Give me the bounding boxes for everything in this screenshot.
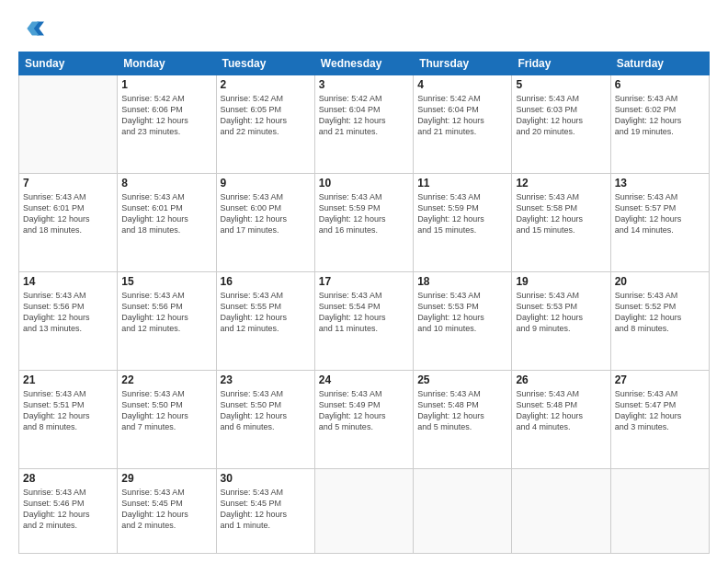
day-number: 13	[615, 177, 705, 190]
sunset-label: Sunset: 5:58 PM	[516, 203, 577, 213]
day-info: Sunrise: 5:43 AM Sunset: 5:48 PM Dayligh…	[417, 388, 507, 433]
day-number: 16	[221, 275, 311, 288]
sunset-label: Sunset: 5:57 PM	[615, 203, 677, 213]
day-info: Sunrise: 5:43 AM Sunset: 5:56 PM Dayligh…	[23, 290, 113, 335]
day-info: Sunrise: 5:43 AM Sunset: 5:55 PM Dayligh…	[221, 290, 311, 335]
calendar-cell: 11 Sunrise: 5:43 AM Sunset: 5:59 PM Dayl…	[414, 173, 512, 271]
weekday-header-row: SundayMondayTuesdayWednesdayThursdayFrid…	[19, 52, 710, 75]
calendar-cell: 19 Sunrise: 5:43 AM Sunset: 5:53 PM Dayl…	[512, 271, 610, 370]
daylight-label: Daylight: 12 hours	[417, 214, 484, 224]
sunset-label: Sunset: 6:02 PM	[615, 105, 677, 114]
daylight-label: Daylight: 12 hours	[516, 411, 583, 420]
day-info: Sunrise: 5:42 AM Sunset: 6:04 PM Dayligh…	[417, 93, 507, 138]
daylight-label: Daylight: 12 hours	[615, 214, 682, 224]
sunset-label: Sunset: 5:52 PM	[615, 302, 677, 311]
weekday-header-wednesday: Wednesday	[314, 52, 413, 75]
sunrise-label: Sunrise: 5:43 AM	[121, 192, 185, 201]
sunrise-label: Sunrise: 5:43 AM	[221, 291, 284, 300]
daylight-minutes: and 10 minutes.	[417, 324, 476, 333]
daylight-minutes: and 5 minutes.	[319, 422, 373, 431]
sunrise-label: Sunrise: 5:43 AM	[221, 192, 284, 201]
sunrise-label: Sunrise: 5:43 AM	[417, 192, 481, 201]
day-info: Sunrise: 5:43 AM Sunset: 5:54 PM Dayligh…	[319, 290, 409, 335]
sunrise-label: Sunrise: 5:43 AM	[615, 192, 678, 201]
sunset-label: Sunset: 6:04 PM	[417, 105, 479, 114]
daylight-label: Daylight: 12 hours	[23, 313, 90, 322]
sunrise-label: Sunrise: 5:43 AM	[23, 192, 86, 201]
calendar-cell: 3 Sunrise: 5:42 AM Sunset: 6:04 PM Dayli…	[314, 75, 413, 174]
daylight-minutes: and 21 minutes.	[319, 127, 378, 136]
day-number: 24	[319, 373, 409, 386]
calendar-cell: 21 Sunrise: 5:43 AM Sunset: 5:51 PM Dayl…	[19, 370, 118, 468]
calendar-cell: 15 Sunrise: 5:43 AM Sunset: 5:56 PM Dayl…	[118, 271, 216, 370]
sunrise-label: Sunrise: 5:43 AM	[615, 291, 678, 300]
day-number: 15	[121, 275, 211, 288]
weekday-header-sunday: Sunday	[19, 52, 118, 75]
day-info: Sunrise: 5:42 AM Sunset: 6:05 PM Dayligh…	[221, 93, 311, 138]
daylight-minutes: and 6 minutes.	[221, 422, 275, 431]
sunset-label: Sunset: 5:56 PM	[121, 302, 183, 311]
day-number: 3	[319, 78, 409, 91]
day-info: Sunrise: 5:43 AM Sunset: 5:45 PM Dayligh…	[221, 487, 311, 532]
calendar-week-4: 21 Sunrise: 5:43 AM Sunset: 5:51 PM Dayl…	[19, 370, 710, 468]
daylight-minutes: and 21 minutes.	[417, 127, 476, 136]
day-number: 1	[121, 78, 211, 91]
day-number: 18	[417, 275, 507, 288]
calendar-table: SundayMondayTuesdayWednesdayThursdayFrid…	[18, 52, 710, 554]
sunrise-label: Sunrise: 5:43 AM	[516, 291, 579, 300]
daylight-label: Daylight: 12 hours	[121, 116, 188, 125]
sunset-label: Sunset: 6:01 PM	[121, 203, 183, 213]
day-info: Sunrise: 5:43 AM Sunset: 6:03 PM Dayligh…	[516, 93, 606, 138]
calendar-week-5: 28 Sunrise: 5:43 AM Sunset: 5:46 PM Dayl…	[19, 468, 710, 553]
calendar-cell: 25 Sunrise: 5:43 AM Sunset: 5:48 PM Dayl…	[414, 370, 512, 468]
sunrise-label: Sunrise: 5:43 AM	[121, 291, 185, 300]
logo	[18, 17, 48, 42]
daylight-minutes: and 8 minutes.	[615, 324, 669, 333]
sunrise-label: Sunrise: 5:43 AM	[23, 488, 86, 497]
sunset-label: Sunset: 6:05 PM	[221, 105, 282, 114]
sunrise-label: Sunrise: 5:43 AM	[615, 94, 678, 103]
daylight-label: Daylight: 12 hours	[615, 116, 682, 125]
calendar-cell: 4 Sunrise: 5:42 AM Sunset: 6:04 PM Dayli…	[414, 75, 512, 174]
calendar-cell: 20 Sunrise: 5:43 AM Sunset: 5:52 PM Dayl…	[610, 271, 709, 370]
sunset-label: Sunset: 5:56 PM	[23, 302, 85, 311]
day-info: Sunrise: 5:43 AM Sunset: 6:01 PM Dayligh…	[23, 191, 113, 236]
daylight-minutes: and 2 minutes.	[121, 521, 176, 530]
day-info: Sunrise: 5:43 AM Sunset: 5:59 PM Dayligh…	[319, 191, 409, 236]
day-number: 11	[417, 177, 507, 190]
sunset-label: Sunset: 5:45 PM	[221, 499, 282, 508]
sunset-label: Sunset: 5:55 PM	[221, 302, 282, 311]
calendar-cell: 7 Sunrise: 5:43 AM Sunset: 6:01 PM Dayli…	[19, 173, 118, 271]
day-number: 10	[319, 177, 409, 190]
page: SundayMondayTuesdayWednesdayThursdayFrid…	[0, 0, 728, 563]
daylight-label: Daylight: 12 hours	[121, 411, 188, 420]
weekday-header-friday: Friday	[512, 52, 610, 75]
day-info: Sunrise: 5:43 AM Sunset: 5:50 PM Dayligh…	[121, 388, 211, 433]
calendar-cell: 12 Sunrise: 5:43 AM Sunset: 5:58 PM Dayl…	[512, 173, 610, 271]
daylight-minutes: and 17 minutes.	[221, 225, 279, 235]
day-info: Sunrise: 5:43 AM Sunset: 6:00 PM Dayligh…	[221, 191, 311, 236]
calendar-cell: 16 Sunrise: 5:43 AM Sunset: 5:55 PM Dayl…	[216, 271, 314, 370]
sunset-label: Sunset: 5:46 PM	[23, 499, 85, 508]
calendar-cell	[19, 75, 118, 174]
sunrise-label: Sunrise: 5:43 AM	[516, 389, 579, 398]
day-number: 26	[516, 373, 606, 386]
calendar-cell: 29 Sunrise: 5:43 AM Sunset: 5:45 PM Dayl…	[118, 468, 216, 553]
calendar-cell: 10 Sunrise: 5:43 AM Sunset: 5:59 PM Dayl…	[314, 173, 413, 271]
logo-icon	[18, 17, 44, 42]
sunrise-label: Sunrise: 5:42 AM	[319, 94, 382, 103]
calendar-cell	[512, 468, 610, 553]
daylight-label: Daylight: 12 hours	[121, 313, 188, 322]
day-number: 22	[121, 373, 211, 386]
daylight-minutes: and 1 minute.	[221, 521, 271, 530]
sunrise-label: Sunrise: 5:43 AM	[417, 291, 481, 300]
weekday-header-thursday: Thursday	[414, 52, 512, 75]
sunset-label: Sunset: 5:48 PM	[516, 400, 577, 409]
daylight-label: Daylight: 12 hours	[516, 116, 583, 125]
calendar-cell: 2 Sunrise: 5:42 AM Sunset: 6:05 PM Dayli…	[216, 75, 314, 174]
sunset-label: Sunset: 5:54 PM	[319, 302, 381, 311]
day-info: Sunrise: 5:42 AM Sunset: 6:04 PM Dayligh…	[319, 93, 409, 138]
daylight-minutes: and 3 minutes.	[615, 422, 669, 431]
day-info: Sunrise: 5:43 AM Sunset: 5:50 PM Dayligh…	[221, 388, 311, 433]
daylight-minutes: and 11 minutes.	[319, 324, 378, 333]
